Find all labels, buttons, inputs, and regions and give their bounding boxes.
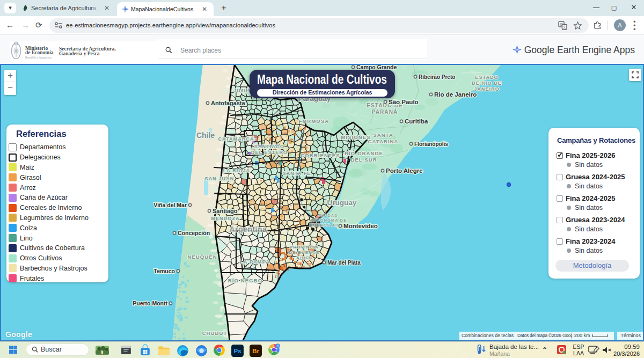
- svg-text:DEL SUR: DEL SUR: [350, 157, 377, 163]
- svg-text:Curitiba: Curitiba: [405, 118, 428, 125]
- svg-text:CIUDAD: CIUDAD: [319, 213, 338, 218]
- svg-text:RÍO NEGRO: RÍO NEGRO: [228, 277, 262, 283]
- svg-text:Montevideo: Montevideo: [343, 223, 378, 229]
- svg-text:Concepción: Concepción: [178, 230, 210, 236]
- svg-text:MENDOZA: MENDOZA: [211, 216, 239, 221]
- svg-text:Antofagasta: Antofagasta: [211, 100, 245, 106]
- svg-text:CATAMARCA: CATAMARCA: [218, 136, 254, 142]
- svg-text:Uruguay: Uruguay: [327, 199, 357, 207]
- svg-text:PROVINCIA: PROVINCIA: [290, 245, 319, 250]
- svg-text:ESTADO: ESTADO: [475, 75, 498, 80]
- svg-text:LA RIOJA: LA RIOJA: [223, 168, 250, 173]
- svg-text:Porto Alegre: Porto Alegre: [386, 167, 423, 174]
- svg-text:DE RIO DE: DE RIO DE: [472, 81, 502, 86]
- svg-text:São Paulo: São Paulo: [389, 99, 419, 105]
- svg-text:文: 文: [562, 25, 566, 29]
- svg-text:CATARINA: CATARINA: [368, 138, 399, 144]
- svg-text:AIRES: AIRES: [296, 255, 312, 260]
- svg-text:Argentina: Argentina: [229, 224, 267, 233]
- svg-text:FORMOSA: FORMOSA: [299, 118, 329, 124]
- svg-text:JUJUY: JUJUY: [234, 88, 252, 93]
- svg-text:NEUQUÉN: NEUQUÉN: [187, 254, 217, 260]
- svg-text:DE BUENOS: DE BUENOS: [289, 250, 319, 255]
- svg-text:PARANÁ: PARANÁ: [372, 108, 398, 115]
- svg-text:Florianópolis: Florianópolis: [414, 141, 448, 147]
- svg-text:Br: Br: [252, 348, 259, 354]
- svg-text:AUTÓNOMA DE: AUTÓNOMA DE: [310, 218, 347, 223]
- svg-text:CHUBUT: CHUBUT: [202, 330, 228, 336]
- svg-text:CORRIENTES: CORRIENTES: [301, 152, 340, 158]
- svg-text:Temuco: Temuco: [154, 268, 175, 274]
- svg-text:Puerto Montt: Puerto Montt: [133, 300, 167, 306]
- svg-text:Rio de Janeiro: Rio de Janeiro: [434, 91, 477, 98]
- svg-text:A: A: [277, 344, 279, 347]
- svg-text:JANEIRO: JANEIRO: [474, 86, 500, 92]
- svg-text:Ribeirão Preto: Ribeirão Preto: [419, 74, 455, 80]
- svg-text:Santiago: Santiago: [213, 208, 238, 214]
- svg-text:Mar del Plata: Mar del Plata: [327, 260, 361, 266]
- svg-text:Viña del Mar: Viña del Mar: [153, 202, 187, 208]
- svg-text:DEL ESTERO: DEL ESTERO: [251, 150, 288, 155]
- svg-text:Chile: Chile: [196, 131, 215, 140]
- svg-text:SANTA FE: SANTA FE: [283, 171, 311, 176]
- svg-text:SANTA: SANTA: [373, 132, 393, 138]
- svg-text:SAN JUAN: SAN JUAN: [205, 176, 235, 181]
- svg-text:MISIONES: MISIONES: [341, 134, 370, 140]
- svg-text:SANTIAGO: SANTIAGO: [254, 144, 284, 149]
- svg-text:LA PAMPA: LA PAMPA: [240, 259, 270, 265]
- svg-text:Mapa Nacional de Cultivos: Mapa Nacional de Cultivos: [257, 72, 387, 86]
- svg-text:Ps: Ps: [234, 348, 241, 354]
- svg-text:RÍO GRANDE: RÍO GRANDE: [345, 150, 383, 156]
